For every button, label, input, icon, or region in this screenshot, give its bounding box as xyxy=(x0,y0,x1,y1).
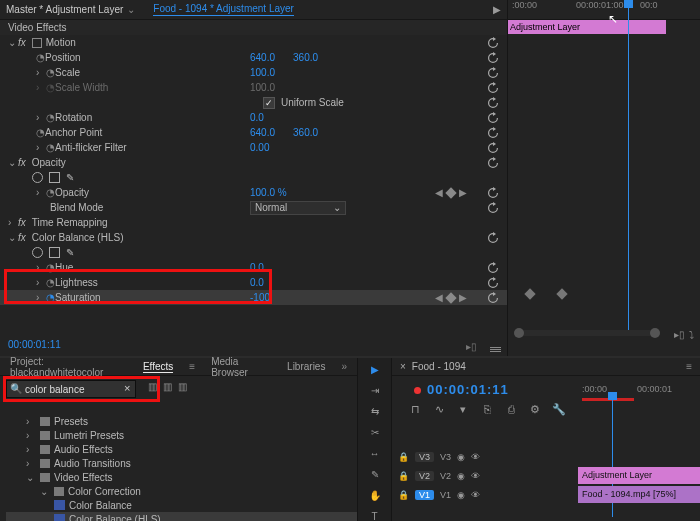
twirl-icon[interactable] xyxy=(26,416,36,427)
ellipse-mask-icon[interactable] xyxy=(32,172,43,183)
tree-presets[interactable]: Presets xyxy=(54,416,88,427)
timeline-ruler[interactable]: :00:00 00:00:01 xyxy=(582,384,692,398)
stopwatch-icon[interactable]: ◔ xyxy=(46,67,55,78)
timeline-timecode[interactable]: 00:00:01:11 xyxy=(427,382,509,397)
effect-time-remap[interactable]: Time Remapping xyxy=(32,217,108,228)
twirl-color-balance[interactable] xyxy=(8,232,18,243)
opacity-value[interactable]: 100.0 % xyxy=(250,187,287,198)
ec-timeline-ruler[interactable]: :00:00 00:00:01:00 00:0 xyxy=(508,0,700,20)
tab-libraries[interactable]: Libraries xyxy=(287,361,325,372)
reset-icon[interactable] xyxy=(487,187,499,199)
type-tool-icon[interactable]: T xyxy=(366,511,384,521)
stopwatch-icon[interactable]: ◔ xyxy=(46,277,55,288)
preset-filter-icon[interactable]: ▥ xyxy=(148,381,157,392)
ellipse-mask-icon[interactable] xyxy=(32,247,43,258)
toggle-icon[interactable]: ▸▯ xyxy=(674,329,685,340)
source-tab[interactable]: Food - 1094 * Adjustment Layer xyxy=(153,3,294,16)
settings-icon[interactable]: ⚙ xyxy=(528,403,542,416)
tree-audio-effects[interactable]: Audio Effects xyxy=(54,444,113,455)
twirl-icon[interactable] xyxy=(26,444,36,455)
toggle-icon[interactable]: ▸▯ xyxy=(466,341,477,352)
ec-timecode[interactable]: 00:00:01:11 xyxy=(0,335,507,354)
prop-antiflicker[interactable]: Anti-flicker Filter xyxy=(55,142,127,153)
eye-icon[interactable]: 👁 xyxy=(471,452,480,462)
blend-mode-select[interactable]: Normal ⌄ xyxy=(250,201,346,215)
add-keyframe-icon[interactable] xyxy=(445,292,456,303)
lightness-value[interactable]: 0.0 xyxy=(250,277,264,288)
preset-filter-icon[interactable]: ▥ xyxy=(163,381,172,392)
effects-search-input[interactable] xyxy=(6,380,136,398)
next-keyframe-icon[interactable]: ▶ xyxy=(459,187,467,198)
prop-rotation[interactable]: Rotation xyxy=(55,112,92,123)
stopwatch-icon[interactable]: ◔ xyxy=(36,52,45,63)
stopwatch-icon[interactable]: ◔ xyxy=(46,262,55,273)
marker-icon[interactable]: ▾ xyxy=(456,403,470,416)
panel-menu-icon[interactable]: ≡ xyxy=(189,361,195,372)
tab-media-browser[interactable]: Media Browser xyxy=(211,356,271,378)
stopwatch-icon[interactable]: ◔ xyxy=(46,292,55,303)
keyframe-diamond[interactable] xyxy=(556,288,567,299)
panel-menu-icon[interactable]: ≡ xyxy=(686,361,692,372)
preset-filter-icon[interactable]: ▥ xyxy=(178,381,187,392)
mute-icon[interactable]: ◉ xyxy=(457,452,465,462)
pen-tool-icon[interactable]: ✎ xyxy=(366,469,384,480)
stopwatch-icon[interactable]: ◔ xyxy=(36,127,45,138)
linked-selection-icon[interactable]: ∿ xyxy=(432,403,446,416)
uniform-scale-checkbox[interactable]: ✓ xyxy=(263,97,275,109)
sequence-tab[interactable]: Food - 1094 xyxy=(412,361,466,372)
clip-adjustment-layer[interactable]: Adjustment Layer xyxy=(578,467,700,484)
reset-icon[interactable] xyxy=(487,292,499,304)
prop-scale[interactable]: Scale xyxy=(55,67,80,78)
twirl-rotation[interactable] xyxy=(36,112,46,123)
prop-saturation[interactable]: Saturation xyxy=(55,292,101,303)
snap-icon[interactable]: ⊓ xyxy=(408,403,422,416)
prop-lightness[interactable]: Lightness xyxy=(55,277,98,288)
twirl-opacity[interactable] xyxy=(8,157,18,168)
insert-icon[interactable]: ⎘ xyxy=(480,403,494,416)
ripple-edit-tool-icon[interactable]: ⇆ xyxy=(366,406,384,417)
prev-keyframe-icon[interactable]: ◀ xyxy=(435,292,443,303)
keyframe-diamond[interactable] xyxy=(524,288,535,299)
effect-color-balance-hls[interactable]: Color Balance (HLS) xyxy=(32,232,124,243)
reset-icon[interactable] xyxy=(487,97,499,109)
eye-icon[interactable]: 👁 xyxy=(471,490,480,500)
hand-tool-icon[interactable]: ✋ xyxy=(366,490,384,501)
tree-audio-transitions[interactable]: Audio Transitions xyxy=(54,458,131,469)
ec-clip-bar[interactable]: Adjustment Layer xyxy=(508,20,666,34)
twirl-lightness[interactable] xyxy=(36,277,46,288)
razor-tool-icon[interactable]: ✂ xyxy=(366,427,384,438)
lock-icon[interactable]: 🔒 xyxy=(398,452,409,462)
position-y[interactable]: 360.0 xyxy=(293,52,318,63)
track-lane-v1[interactable]: Food - 1094.mp4 [75%] xyxy=(498,486,692,503)
effect-opacity[interactable]: Opacity xyxy=(32,157,66,168)
reset-icon[interactable] xyxy=(487,262,499,274)
twirl-icon[interactable] xyxy=(40,486,50,497)
twirl-icon[interactable] xyxy=(26,472,36,483)
lock-icon[interactable]: 🔒 xyxy=(398,471,409,481)
overwrite-icon[interactable]: ⎙ xyxy=(504,403,518,416)
rect-mask-icon[interactable] xyxy=(49,172,60,183)
stopwatch-icon[interactable]: ◔ xyxy=(46,187,55,198)
overflow-icon[interactable]: » xyxy=(341,361,347,372)
track-toggle-output[interactable]: V2 xyxy=(415,471,434,481)
tree-color-correction[interactable]: Color Correction xyxy=(68,486,141,497)
tree-color-balance[interactable]: Color Balance xyxy=(69,500,132,511)
twirl-time-remap[interactable] xyxy=(8,217,18,228)
reset-icon[interactable] xyxy=(487,277,499,289)
rect-mask-icon[interactable] xyxy=(49,247,60,258)
twirl-hue[interactable] xyxy=(36,262,46,273)
zoom-handle-left[interactable] xyxy=(514,328,524,338)
twirl-icon[interactable] xyxy=(26,458,36,469)
rotation-value[interactable]: 0.0 xyxy=(250,112,264,123)
play-icon[interactable]: ▶ xyxy=(493,4,501,15)
track-lane-v3[interactable] xyxy=(498,448,692,465)
tree-lumetri[interactable]: Lumetri Presets xyxy=(54,430,124,441)
slip-tool-icon[interactable]: ↔ xyxy=(366,448,384,459)
track-select-tool-icon[interactable]: ⇥ xyxy=(366,385,384,396)
master-clip-label[interactable]: Master * Adjustment Layer xyxy=(6,4,123,15)
next-keyframe-icon[interactable]: ▶ xyxy=(459,292,467,303)
ec-zoom-scrollbar[interactable] xyxy=(514,330,660,336)
prop-position[interactable]: Position xyxy=(45,52,81,63)
tab-effects[interactable]: Effects xyxy=(143,361,173,373)
lock-icon[interactable]: 🔒 xyxy=(398,490,409,500)
